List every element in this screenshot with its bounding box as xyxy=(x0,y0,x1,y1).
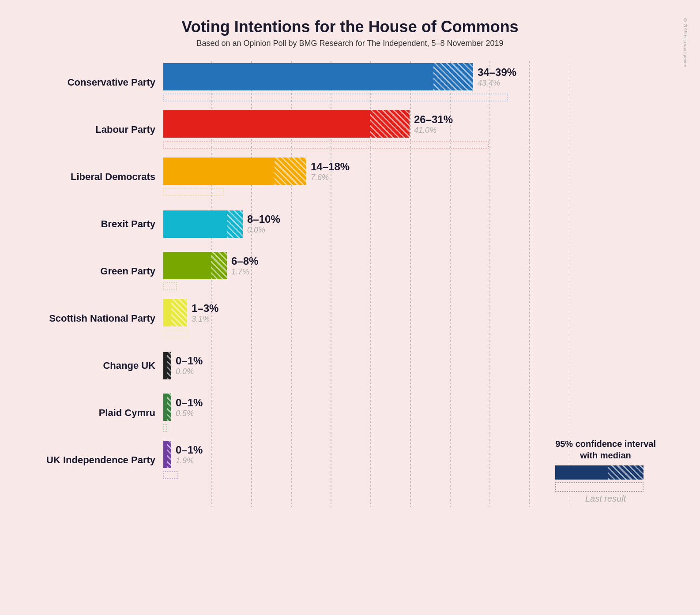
last-result-value: 43.4% xyxy=(478,79,516,88)
bar-row: UK Independence Party0–1%1.9% xyxy=(22,439,678,481)
last-result-value: 1.7% xyxy=(231,267,258,277)
legend-dotted-bar xyxy=(555,482,644,492)
bar-solid xyxy=(163,299,171,326)
range-label: 34–39% xyxy=(478,66,516,79)
bar-hatched xyxy=(167,441,171,468)
bar-hatched xyxy=(275,158,306,185)
range-label: 6–8% xyxy=(231,255,258,267)
range-label: 0–1% xyxy=(176,355,203,367)
range-label: 8–10% xyxy=(247,213,280,225)
party-label: UK Independence Party xyxy=(22,454,163,466)
bar-last-result xyxy=(163,471,178,479)
range-label: 1–3% xyxy=(192,302,218,315)
last-result-value: 0.5% xyxy=(176,409,203,418)
bar-solid xyxy=(163,158,275,185)
party-label: Liberal Democrats xyxy=(22,171,163,183)
bar-solid xyxy=(163,110,370,138)
bar-row: Labour Party26–31%41.0% xyxy=(22,109,678,150)
bar-last-result xyxy=(163,330,188,338)
copyright-text: © 2019 Filip van Laenen xyxy=(683,18,688,67)
range-label: 14–18% xyxy=(311,161,350,173)
party-label: Plaid Cymru xyxy=(22,407,163,419)
bar-row: Brexit Party8–10%0.0% xyxy=(22,203,678,245)
bar-last-result xyxy=(163,282,177,290)
bar-last-result xyxy=(163,141,489,149)
bar-solid xyxy=(163,63,433,90)
last-result-value: 7.6% xyxy=(311,173,350,182)
party-label: Labour Party xyxy=(22,124,163,135)
bar-hatched xyxy=(171,299,187,326)
bar-hatched xyxy=(227,210,243,238)
chart-title: Voting Intentions for the House of Commo… xyxy=(22,18,678,36)
bar-row: Green Party6–8%1.7% xyxy=(22,250,678,292)
bar-row: Conservative Party34–39%43.4% xyxy=(22,61,678,103)
bar-solid xyxy=(163,352,167,379)
last-result-value: 3.1% xyxy=(192,315,218,324)
party-label: Scottish National Party xyxy=(22,313,163,324)
bar-solid xyxy=(163,394,167,421)
party-label: Conservative Party xyxy=(22,77,163,88)
bar-hatched xyxy=(167,394,171,421)
bar-last-result xyxy=(163,94,508,101)
bar-last-result xyxy=(163,188,224,196)
bar-hatched xyxy=(167,352,171,379)
bar-row: Plaid Cymru0–1%0.5% xyxy=(22,392,678,434)
bar-row: Scottish National Party1–3%3.1% xyxy=(22,297,678,339)
range-label: 0–1% xyxy=(176,444,203,456)
bar-hatched xyxy=(211,252,227,279)
party-label: Green Party xyxy=(22,266,163,277)
bar-solid xyxy=(163,441,167,468)
chart-container: Voting Intentions for the House of Commo… xyxy=(9,9,691,539)
bar-hatched xyxy=(370,110,410,138)
bar-hatched xyxy=(433,63,473,90)
bar-row: Change UK0–1%0.0% xyxy=(22,345,678,386)
legend-last-result-label: Last result xyxy=(555,494,656,504)
range-label: 26–31% xyxy=(414,113,453,126)
last-result-value: 0.0% xyxy=(247,225,280,235)
party-label: Change UK xyxy=(22,360,163,371)
party-label: Brexit Party xyxy=(22,218,163,230)
last-result-value: 41.0% xyxy=(414,126,453,135)
bar-row: Liberal Democrats14–18%7.6% xyxy=(22,156,678,198)
last-result-value: 1.9% xyxy=(176,456,203,465)
bar-solid xyxy=(163,210,227,238)
bar-last-result xyxy=(163,424,167,432)
chart-subtitle: Based on an Opinion Poll by BMG Research… xyxy=(22,39,678,48)
last-result-value: 0.0% xyxy=(176,367,203,376)
bar-solid xyxy=(163,252,211,279)
range-label: 0–1% xyxy=(176,397,203,409)
